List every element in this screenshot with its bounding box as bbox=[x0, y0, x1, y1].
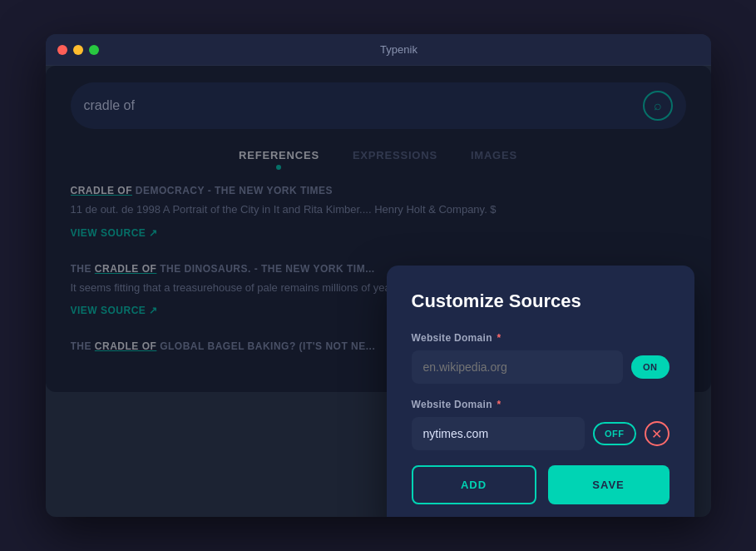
modal-title: Customize Sources bbox=[412, 290, 670, 312]
toggle-off-button-2[interactable]: OFF bbox=[593, 422, 636, 445]
add-button[interactable]: ADD bbox=[412, 465, 536, 504]
required-marker: * bbox=[497, 332, 501, 344]
domain-field-2: Website Domain * OFF ✕ bbox=[412, 399, 670, 450]
field-label-1: Website Domain * bbox=[412, 332, 670, 344]
customize-sources-modal: Customize Sources Website Domain * ON We… bbox=[387, 266, 694, 517]
minimize-button[interactable] bbox=[73, 45, 83, 55]
field-label-2: Website Domain * bbox=[412, 399, 670, 410]
toggle-on-button-1[interactable]: ON bbox=[631, 355, 670, 379]
save-button[interactable]: SAVE bbox=[548, 465, 670, 504]
maximize-button[interactable] bbox=[89, 45, 99, 55]
modal-actions: ADD SAVE bbox=[412, 465, 670, 504]
domain-input-1[interactable] bbox=[412, 350, 624, 384]
window-title: Typenik bbox=[99, 43, 699, 56]
domain-field-1: Website Domain * ON bbox=[412, 332, 670, 384]
field-row-1: ON bbox=[412, 350, 670, 384]
app-window: Typenik ⌕ REFERENCES EXPRESSIONS IMAGES bbox=[46, 34, 711, 517]
close-button[interactable] bbox=[57, 45, 67, 55]
delete-field-button-2[interactable]: ✕ bbox=[645, 421, 670, 446]
traffic-lights bbox=[57, 45, 99, 55]
domain-input-2[interactable] bbox=[412, 417, 586, 450]
titlebar: Typenik bbox=[46, 34, 711, 66]
main-content: ⌕ REFERENCES EXPRESSIONS IMAGES CRADLE O… bbox=[46, 66, 711, 392]
field-row-2: OFF ✕ bbox=[412, 417, 670, 450]
close-icon: ✕ bbox=[651, 426, 662, 442]
required-marker: * bbox=[497, 399, 501, 410]
